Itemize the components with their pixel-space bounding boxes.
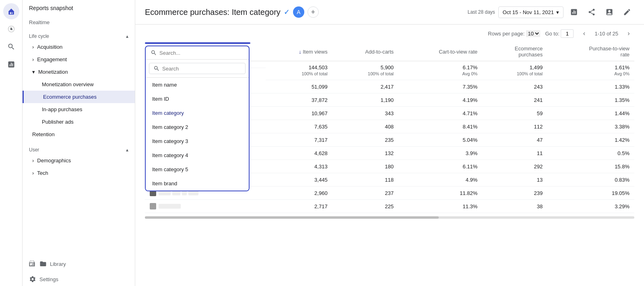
retention-label: Retention — [32, 131, 55, 137]
table-wrapper: Item name Item ID Item category Item cat… — [145, 42, 634, 219]
pubads-label: Publisher ads — [42, 119, 74, 125]
sidebar-item-pubads[interactable]: Publisher ads — [23, 116, 135, 128]
dimension-dropdown: Item name Item ID Item category Item cat… — [146, 60, 249, 191]
dropdown-search-inner — [149, 63, 246, 74]
row-1-purch-rate: 1.33% — [547, 80, 634, 93]
dropdown-item-3[interactable]: Item category 2 — [146, 120, 249, 134]
dropdown-item-1[interactable]: Item ID — [146, 92, 249, 106]
total-cart-rate: 6.17% Avg 0% — [398, 61, 482, 80]
sidebar-item-acquisition[interactable]: › Acquisition — [23, 41, 135, 53]
row-1-purchases: 243 — [482, 80, 547, 93]
dropdown-search-input[interactable] — [162, 66, 241, 72]
search-bar-top — [146, 46, 249, 60]
table-area: Rows per page: 10 25 50 Go to: ‹ 1-10 of… — [135, 25, 644, 286]
dropdown-item-5[interactable]: Item category 4 — [146, 148, 249, 162]
col-header-purch-rate[interactable]: Purchase-to-viewrate — [547, 42, 634, 61]
col-header-carts[interactable]: Add-to-carts — [332, 42, 398, 61]
dropdown-search-icon — [153, 65, 160, 72]
expand-tech-icon: › — [32, 170, 34, 176]
icon-bar — [0, 0, 23, 286]
sort-icon: ↓ — [299, 49, 301, 55]
nav-prev-btn[interactable]: ‹ — [578, 28, 590, 39]
expand-demographics-icon: › — [32, 158, 34, 164]
sidebar-library[interactable]: Library — [23, 255, 135, 272]
expand-monetization-icon: ▾ — [32, 69, 35, 75]
search-bar-input[interactable] — [159, 50, 244, 56]
sidebar-item-monetization-overview[interactable]: Monetization overview — [23, 78, 135, 91]
dropdown-item-7[interactable]: Item brand — [146, 176, 249, 191]
home-icon-btn[interactable] — [3, 3, 19, 19]
dropdown-search-box — [146, 60, 249, 78]
dropdown-item-6[interactable]: Item category 5 — [146, 162, 249, 176]
expand-engagement-icon: › — [32, 56, 34, 62]
engagement-label: Engagement — [37, 56, 67, 62]
row-1-cart-rate: 7.35% — [398, 80, 482, 93]
goto-input[interactable] — [561, 29, 574, 38]
date-range-picker[interactable]: Oct 15 - Nov 11, 2021 ▾ — [498, 6, 564, 18]
table-controls: Rows per page: 10 25 50 Go to: ‹ 1-10 of… — [145, 25, 634, 42]
search-bar-icon — [151, 50, 157, 56]
user-section: User ▴ › Demographics › Tech — [23, 142, 135, 179]
realtime-icon-btn[interactable] — [3, 21, 19, 37]
expand-acquisition-icon: › — [32, 44, 34, 50]
avatar: A — [293, 6, 304, 18]
realtime-link[interactable]: Acquisition Realtime — [23, 16, 135, 29]
scrollbar-thumb[interactable] — [145, 216, 439, 219]
nav-next-btn[interactable]: › — [623, 28, 634, 39]
search-icon-btn[interactable] — [3, 39, 19, 55]
row-icon — [150, 203, 156, 209]
add-view-button[interactable]: + — [308, 6, 319, 18]
insights-button[interactable] — [602, 5, 617, 19]
chart-view-button[interactable] — [567, 5, 581, 19]
library-text: Library — [50, 261, 66, 267]
rows-label: Rows per page: — [488, 31, 524, 37]
rows-select-input[interactable]: 10 25 50 — [526, 30, 540, 37]
total-views: 144,503 100% of total — [266, 61, 332, 80]
main-header: Ecommerce purchases: Item category ✓ A +… — [135, 0, 644, 25]
lifecycle-collapse-icon[interactable]: ▴ — [126, 33, 128, 39]
share-button[interactable] — [584, 5, 599, 19]
pagination-text: 1-10 of 25 — [594, 31, 618, 37]
edit-button[interactable] — [620, 5, 634, 19]
settings-link[interactable]: Settings — [23, 272, 135, 286]
lifecycle-label: Life cycle ▴ — [23, 29, 135, 41]
monetization-overview-label: Monetization overview — [42, 81, 94, 87]
sidebar-item-engagement[interactable]: › Engagement — [23, 53, 135, 66]
goto-label: Go to: — [545, 29, 574, 38]
sidebar-item-tech[interactable]: › Tech — [23, 167, 135, 179]
header-actions: Last 28 days Oct 15 - Nov 11, 2021 ▾ — [468, 5, 634, 19]
row-1-carts: 2,417 — [332, 80, 398, 93]
rows-per-page: Rows per page: 10 25 50 — [488, 30, 540, 37]
settings-icon — [29, 276, 36, 283]
horizontal-scrollbar[interactable] — [145, 216, 634, 219]
acquisition-label: Acquisition — [37, 44, 62, 50]
user-collapse-icon[interactable]: ▴ — [126, 147, 128, 153]
date-range-text: Oct 15 - Nov 11, 2021 — [503, 9, 554, 15]
sidebar-item-inapp[interactable]: In-app purchases — [23, 103, 135, 116]
sidebar-item-monetization[interactable]: ▾ Monetization — [23, 66, 135, 78]
main-content: Ecommerce purchases: Item category ✓ A +… — [135, 0, 644, 286]
row-10-name — [145, 200, 266, 213]
tech-label: Tech — [37, 170, 48, 176]
monetization-label: Monetization — [38, 69, 68, 75]
folder-icon — [39, 260, 47, 267]
table-row: 2,71722511.3%383.29% — [145, 200, 634, 213]
date-range-arrow: ▾ — [556, 9, 559, 15]
ecommerce-label: Ecommerce purchases — [43, 94, 97, 100]
lifecycle-section: Life cycle ▴ › Acquisition › Engagement … — [23, 29, 135, 141]
sidebar-item-ecommerce[interactable]: Ecommerce purchases — [23, 91, 135, 103]
reports-icon-btn[interactable] — [3, 56, 19, 73]
row-1-views: 51,099 — [266, 80, 332, 93]
dropdown-item-2[interactable]: Item category — [146, 106, 249, 120]
dropdown-item-0[interactable]: Item name — [146, 78, 249, 92]
col-header-purchases[interactable]: Ecommercepurchases — [482, 42, 547, 61]
realtime-text: Realtime — [29, 19, 50, 25]
dropdown-item-4[interactable]: Item category 3 — [146, 134, 249, 148]
col-header-cart-rate[interactable]: Cart-to-view rate — [398, 42, 482, 61]
total-purch-rate: 1.61% Avg 0% — [547, 61, 634, 80]
dropdown-list: Item name Item ID Item category Item cat… — [146, 78, 249, 191]
sidebar-item-demographics[interactable]: › Demographics — [23, 154, 135, 167]
col-header-views[interactable]: ↓ Item views — [266, 42, 332, 61]
sidebar-item-retention[interactable]: Retention — [23, 128, 135, 141]
sidebar-header: Reports snapshot — [23, 0, 135, 16]
